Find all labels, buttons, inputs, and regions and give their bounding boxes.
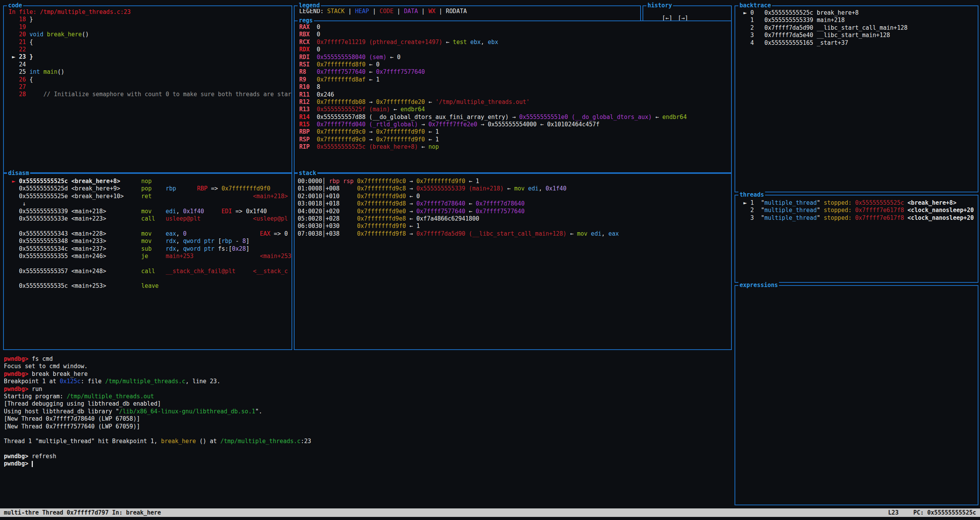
status-thread-info: multi-thre Thread 0x7ffff7d797 In: break… xyxy=(4,509,161,516)
history-panel: history [←][→] xyxy=(643,5,732,20)
source-code-view: In file: /tmp/multiple_threads.c:23 18 }… xyxy=(4,6,291,172)
text-line: [New Thread 0x7ffff7577640 (LWP 67059)] xyxy=(4,423,733,430)
status-pc: PC: 0x55555555525c xyxy=(913,509,976,516)
expressions-panel: expressions xyxy=(735,285,978,505)
text-line: 0x555555555343 <main+228> mov eax, 0 EAX… xyxy=(9,230,291,238)
text-line: 01:0008│+008 0x7fffffffd9c8 → 0x55555555… xyxy=(298,185,731,192)
disassembly-view: ► 0x55555555525c <break_here+8> nop 0x55… xyxy=(4,174,291,349)
backtrace-panel-title: backtrace xyxy=(738,2,772,9)
text-line: ► 0 0x55555555525c break_here+8 xyxy=(740,9,978,17)
text-line: 05:0028│+028 0x7fffffffd9e8 ← 0xf7a4866c… xyxy=(298,215,731,223)
text-line: ► 23 } xyxy=(9,53,291,61)
text-line: Breakpoint 1 at 0x125c: file /tmp/multip… xyxy=(4,378,733,385)
text-line xyxy=(9,223,291,230)
text-line: R9 0x7fffffffd8af ← 1 xyxy=(299,76,731,83)
text-line: 27 xyxy=(9,83,291,91)
text-line: [New Thread 0x7ffff7d78640 (LWP 67058)] xyxy=(4,415,733,423)
text-line: pwndbg> fs cmd xyxy=(4,355,733,363)
backtrace-view: ► 0 0x55555555525c break_here+8 1 0x5555… xyxy=(735,6,978,192)
text-line: 18 } xyxy=(9,16,291,23)
text-line: 28 // Initialize semaphore with count 0 … xyxy=(9,91,291,98)
code-panel: code In file: /tmp/multiple_threads.c:23… xyxy=(3,5,292,173)
text-line: 0x55555555525e <break_here+10> ret <main… xyxy=(9,193,291,200)
text-line: RCX 0x7ffff7e11219 (pthread_create+1497)… xyxy=(299,39,731,46)
text-line: 04:0020│+020 0x7fffffffd9e0 → 0x7ffff757… xyxy=(298,208,731,215)
history-panel-title: history xyxy=(646,2,673,9)
text-line: 0x55555555535c <main+253> leave xyxy=(9,282,291,290)
text-line: pwndbg> xyxy=(4,460,733,467)
threads-panel: threads ► 1 "multiple_thread" stopped: 0… xyxy=(735,195,978,283)
text-line: 2 "multiple_thread" stopped: 0x7ffff7e61… xyxy=(740,207,978,214)
text-line: 20 void break_here() xyxy=(9,31,291,38)
status-line-number: L23 xyxy=(888,509,898,516)
text-line: RAX 0 xyxy=(299,24,731,31)
gdb-terminal[interactable]: pwndbg> fs cmdFocus set to cmd window.pw… xyxy=(0,350,733,508)
text-line xyxy=(9,260,291,267)
text-line: 1 0x555555555339 main+218 xyxy=(740,17,978,24)
text-line: 0x555555555339 <main+218> mov edi, 0x1f4… xyxy=(9,208,291,215)
text-line: pwndbg> refresh xyxy=(4,453,733,460)
text-line: ↓ xyxy=(9,200,291,207)
text-line: 26 { xyxy=(9,76,291,83)
stack-panel-title: stack xyxy=(298,170,317,177)
text-line: R14 0x555555557d88 (__do_global_dtors_au… xyxy=(299,114,731,121)
text-line: R8 0x7ffff7577640 ← 0x7ffff7577640 xyxy=(299,68,731,76)
text-line: RSP 0x7fffffffd9c0 → 0x7fffffffd9f0 ← 1 xyxy=(299,136,731,143)
status-bar: multi-thre Thread 0x7ffff7d797 In: break… xyxy=(0,508,980,517)
text-line: 4 0x555555555165 _start+37 xyxy=(740,39,978,47)
text-line xyxy=(4,445,733,453)
code-panel-title: code xyxy=(7,2,23,9)
disasm-panel-title: disasm xyxy=(7,170,30,177)
text-line: pwndbg> run xyxy=(4,386,733,393)
stack-panel: stack 00:0000│ rbp rsp 0x7fffffffd9c0 → … xyxy=(294,173,732,350)
text-line: RIP 0x55555555525c (break_here+8) ← nop xyxy=(299,143,731,151)
text-line: [Thread debugging using libthread_db ena… xyxy=(4,400,733,408)
text-line: R13 0x55555555525f (main) ← endbr64 xyxy=(299,106,731,113)
text-line: 2 0x7ffff7da5d90 __libc_start_call_main+… xyxy=(740,24,978,32)
registers-view: RAX 0RBX 0RCX 0x7ffff7e11219 (pthread_cr… xyxy=(295,21,731,172)
text-line: RDI 0x555555558040 (sem) ← 0 xyxy=(299,54,731,61)
text-line: 21 { xyxy=(9,39,291,46)
text-line: R12 0x7fffffffdb08 → 0x7fffffffde20 ← '/… xyxy=(299,99,731,106)
text-line: RBX 0 xyxy=(299,31,731,38)
text-line: 3 "multiple_thread" stopped: 0x7ffff7e61… xyxy=(740,214,978,222)
text-line: 22 xyxy=(9,46,291,53)
expressions-view xyxy=(735,286,978,505)
text-line: 0x55555555534c <main+237> sub rdx, qword… xyxy=(9,245,291,253)
text-line: LEGEND: STACK | HEAP | CODE | DATA | WX … xyxy=(299,8,640,15)
text-line: 0x55555555525d <break_here+9> pop rbp RB… xyxy=(9,185,291,192)
text-line xyxy=(4,430,733,438)
text-line: pwndbg> break break_here xyxy=(4,370,733,378)
text-line: RSI 0x7fffffffd8f0 ← 0 xyxy=(299,61,731,68)
threads-panel-title: threads xyxy=(738,191,765,198)
text-line: 19 xyxy=(9,24,291,31)
text-line: R15 0x7ffff7ffd040 (_rtld_global) → 0x7f… xyxy=(299,121,731,128)
text-line: R10 8 xyxy=(299,83,731,91)
text-line: 0x555555555357 <main+248> call __stack_c… xyxy=(9,268,291,275)
text-line: Starting program: /tmp/multiple_threads.… xyxy=(4,393,733,400)
text-line: Focus set to cmd window. xyxy=(4,363,733,370)
text-line xyxy=(9,275,291,282)
disasm-panel: disasm ► 0x55555555525c <break_here+8> n… xyxy=(3,173,292,350)
text-line: 3 0x7ffff7da5e40 __libc_start_main+128 xyxy=(740,32,978,39)
backtrace-panel: backtrace ► 0 0x55555555525c break_here+… xyxy=(735,5,978,192)
text-line: 02:0010│+010 0x7fffffffd9d0 ← 0 xyxy=(298,193,731,200)
text-line: ► 0x55555555525c <break_here+8> nop xyxy=(9,178,291,185)
text-line: 0x555555555355 <main+246> je main+253 <m… xyxy=(9,253,291,260)
text-line: Thread 1 "multiple_thread" hit Breakpoin… xyxy=(4,438,733,445)
regs-panel: regs RAX 0RBX 0RCX 0x7ffff7e11219 (pthre… xyxy=(294,20,732,173)
text-line: RDX 0 xyxy=(299,46,731,53)
terminal-output[interactable]: pwndbg> fs cmdFocus set to cmd window.pw… xyxy=(0,350,733,468)
expressions-panel-title: expressions xyxy=(738,282,779,289)
history-back-button[interactable]: [←] xyxy=(662,15,672,20)
text-line: 25 int main() xyxy=(9,68,291,76)
text-line: Using host libthread_db library "/lib/x8… xyxy=(4,408,733,415)
stack-view: 00:0000│ rbp rsp 0x7fffffffd9c0 → 0x7fff… xyxy=(295,174,731,349)
text-line: In file: /tmp/multiple_threads.c:23 xyxy=(9,8,291,16)
legend-panel-title: legend xyxy=(298,2,321,9)
regs-panel-title: regs xyxy=(298,17,314,24)
legend-panel: legend LEGEND: STACK | HEAP | CODE | DAT… xyxy=(294,5,641,20)
text-line: 07:0038│+038 0x7fffffffd9f8 → 0x7ffff7da… xyxy=(298,230,731,238)
text-line: 0x55555555533e <main+223> call usleep@pl… xyxy=(9,215,291,223)
history-forward-button[interactable]: [→] xyxy=(678,15,688,20)
